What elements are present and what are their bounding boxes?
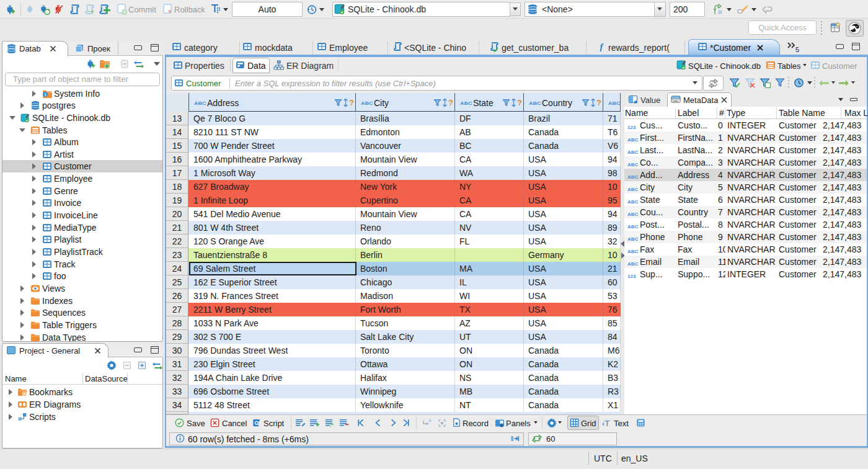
svg-text:<>: <> [238,65,243,69]
svg-text:i: i [45,92,46,97]
